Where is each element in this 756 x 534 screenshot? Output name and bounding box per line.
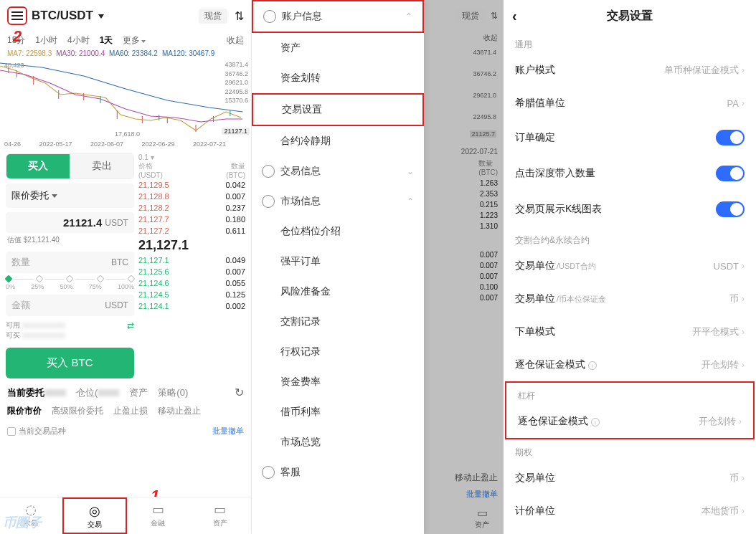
tf-1d[interactable]: 1天 (100, 34, 113, 47)
menu-support[interactable]: 客服 (252, 457, 424, 487)
subtab-limit[interactable]: 限价市价 (7, 405, 42, 417)
available-row: 可用 ⇄ 可买 (6, 320, 134, 340)
transfer-icon[interactable]: ⇄ (127, 320, 134, 330)
settings-header: ‹ 交易设置 (504, 0, 756, 32)
order-subtabs[interactable]: 限价市价 高级限价委托 止盈止损 移动止盈止 (0, 399, 251, 423)
high-label: 40,423 (4, 62, 24, 69)
tab-positions[interactable]: 仓位( (76, 386, 119, 399)
menu-transfer[interactable]: 资金划转 (252, 63, 424, 93)
timeframe-tabs[interactable]: 15分 1小时 4小时 1天 更多 收起 (0, 32, 251, 49)
settings-icon[interactable]: ⇅ (235, 9, 244, 23)
menu-liq[interactable]: 强平订单 (252, 247, 424, 277)
qty-slider[interactable] (6, 276, 134, 282)
tf-more[interactable]: 更多 (123, 34, 146, 47)
section-options: 期权 (504, 439, 756, 462)
nav-finance[interactable]: ▭金融 (127, 497, 189, 534)
sell-tab[interactable]: 卖出 (70, 154, 133, 178)
row-kline[interactable]: 交易页展示K线图表 (504, 191, 756, 227)
row-account-mode[interactable]: 账户模式单币种保证金模式› (504, 54, 756, 87)
x-axis-labels: 04-262022-05-172022-06-072022-06-292022-… (0, 140, 251, 148)
menu-market-info[interactable]: 市场信息⌃ (252, 186, 424, 216)
doc-icon (262, 195, 275, 208)
filter-label: 当前交易品种 (19, 426, 66, 437)
buy-tab[interactable]: 买入 (6, 154, 70, 178)
row-unit-usdt[interactable]: 交易单位/USDT合约USDT› (504, 249, 756, 282)
menu-trade-info[interactable]: 交易信息⌄ (252, 156, 424, 186)
row-order-mode[interactable]: 下单模式开平仓模式› (504, 315, 756, 348)
kline-chart[interactable]: 43871.436746.229621.022495.815370.6 40,4… (0, 60, 251, 139)
info-icon[interactable]: i (591, 418, 600, 426)
row-depth[interactable]: 点击深度带入数量 (504, 156, 756, 191)
ma-legend: MA7: 22598.3MA30: 21000.4MA60: 23384.2MA… (0, 49, 251, 57)
menu-borrow[interactable]: 借币利率 (252, 397, 424, 427)
tf-1h[interactable]: 1小时 (35, 34, 57, 47)
menu-overlay-screen: 现货⇅ 收起 43871.4 36746.2 29621.0 22495.8 2… (252, 0, 504, 534)
menu-icon[interactable] (7, 6, 27, 25)
row-isolated-swap[interactable]: 逐仓保证金模式i开仓划转› (504, 348, 756, 381)
amount-input[interactable]: 金额USDT (6, 295, 134, 316)
subtab-tpsl[interactable]: 止盈止损 (113, 405, 148, 417)
row-quote-unit[interactable]: 计价单位本地货币› (504, 495, 756, 528)
headset-icon (262, 466, 275, 479)
tab-assets[interactable]: 资产 (129, 386, 148, 399)
trade-screen: BTC/USDT 现货 ⇅ 2 15分 1小时 4小时 1天 更多 收起 MA7… (0, 0, 252, 534)
row-greek[interactable]: 希腊值单位PA› (504, 87, 756, 120)
settings-title: 交易设置 (607, 9, 653, 24)
nav-assets[interactable]: ▭资产 (189, 497, 252, 534)
pair-selector[interactable]: BTC/USDT (32, 9, 104, 23)
tab-open-orders[interactable]: 当前委托 (7, 386, 66, 399)
toggle-kline[interactable] (716, 201, 745, 217)
tab-strategy[interactable]: 策略(0) (158, 386, 188, 399)
order-type-select[interactable]: 限价委托 (6, 183, 134, 208)
toggle-confirm[interactable] (716, 130, 745, 146)
section-swap: 交割合约&永续合约 (504, 227, 756, 249)
section-leverage: 杠杆 (506, 383, 753, 405)
side-menu[interactable]: 账户信息⌃ 资产 资金划转 交易设置 合约冷静期 交易信息⌄ 市场信息⌃ 仓位档… (252, 0, 424, 534)
menu-cooldown[interactable]: 合约冷静期 (252, 126, 424, 156)
highlighted-leverage-section: 杠杆 逐仓保证金模式i开仓划转› (505, 381, 755, 439)
nav-home[interactable]: ◌欧易 (0, 497, 62, 534)
menu-funding[interactable]: 资金费率 (252, 367, 424, 397)
nav-trade[interactable]: ◎交易 (62, 497, 128, 534)
menu-insurance[interactable]: 风险准备金 (252, 277, 424, 307)
menu-delivery[interactable]: 交割记录 (252, 307, 424, 337)
row-isolated-lev[interactable]: 逐仓保证金模式i开仓划转› (506, 405, 753, 438)
row-unit-coin[interactable]: 交易单位/币本位保证金币› (504, 282, 756, 315)
buy-button[interactable]: 买入 BTC (6, 348, 134, 378)
mode-pill[interactable]: 现货 (199, 9, 227, 24)
menu-account-info[interactable]: 账户信息⌃ (252, 0, 424, 33)
section-general: 通用 (504, 32, 756, 54)
est-value: 估值 $21,121.40 (6, 233, 134, 247)
subtab-trail[interactable]: 移动止盈止 (158, 405, 201, 417)
toggle-depth[interactable] (716, 166, 745, 181)
back-icon[interactable]: ‹ (512, 8, 517, 24)
order-tabs[interactable]: 当前委托 仓位( 资产 策略(0) ↻ (0, 378, 251, 399)
menu-assets[interactable]: 资产 (252, 33, 424, 63)
history-icon[interactable]: ↻ (235, 386, 244, 399)
bottom-nav[interactable]: ◌欧易 ◎交易 ▭金融 ▭资产 (0, 497, 251, 534)
menu-trade-settings[interactable]: 交易设置 (252, 93, 424, 126)
subtab-adv[interactable]: 高级限价委托 (52, 405, 103, 417)
filter-checkbox[interactable] (7, 427, 16, 436)
y-axis-labels: 43871.436746.229621.022495.815370.6 (225, 60, 248, 105)
price-input[interactable]: 21121.4USDT (6, 212, 134, 233)
row-unit-opt[interactable]: 交易单位币› (504, 462, 756, 495)
qty-input[interactable]: 数量BTC (6, 252, 134, 273)
menu-exercise[interactable]: 行权记录 (252, 337, 424, 367)
pct-marks: 0%25%50%75%100% (6, 283, 134, 290)
menu-overview[interactable]: 市场总览 (252, 427, 424, 457)
collapse-button[interactable]: 收起 (227, 34, 244, 47)
low-label: 17,618.0 (115, 130, 140, 138)
trade-settings-screen: ‹ 交易设置 通用 账户模式单币种保证金模式› 希腊值单位PA› 订单确定 点击… (504, 0, 756, 534)
menu-tiers[interactable]: 仓位档位介绍 (252, 216, 424, 247)
clock-icon (263, 10, 276, 23)
cancel-all[interactable]: 批量撤单 (212, 426, 244, 437)
mid-price: 21,127.1 (138, 237, 245, 254)
row-confirm[interactable]: 订单确定 (504, 120, 756, 156)
info-icon[interactable]: i (588, 361, 597, 370)
tf-4h[interactable]: 4小时 (67, 34, 90, 47)
orderbook: 0.1 ▾ 价格(USDT)数量(BTC) 21,129.50.042 21,1… (138, 153, 245, 378)
last-price-tag: 21127.1 (222, 128, 250, 135)
buy-sell-tabs[interactable]: 买入 卖出 (6, 153, 134, 179)
circle-icon (262, 165, 275, 178)
